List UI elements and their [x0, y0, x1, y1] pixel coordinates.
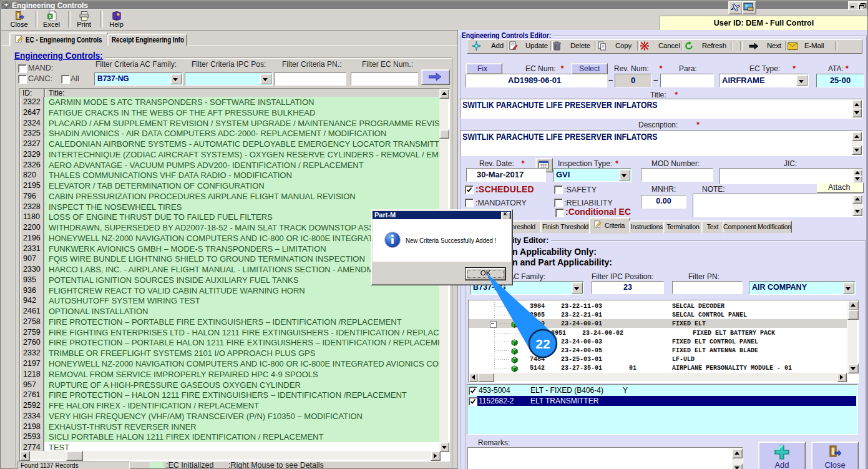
description-textarea[interactable]: SWITLIK PARACHUTE LIFE PRESERVER INFLATO… [460, 131, 863, 156]
description-scrollbar[interactable] [852, 132, 862, 155]
editor-toolbar-button-delete[interactable]: Delete [549, 41, 599, 51]
fix-button[interactable]: Fix [466, 63, 502, 74]
table-row[interactable]: 2774TEST [21, 442, 439, 451]
table-row[interactable]: 2592FFE HALON FIREX - IDENTIFICATION / R… [21, 400, 439, 412]
table-row[interactable]: 2461OPTIONAL INSTALLATION [21, 306, 439, 317]
app-pn-input[interactable] [672, 281, 743, 294]
table-row[interactable]: 2195ELEVATOR / TAB DETERMINATION OF CONF… [21, 180, 439, 192]
vscroll-up-button[interactable] [439, 89, 449, 99]
table-row[interactable]: 796CABIN PRESSURIZATION PROCEDURES AIRPL… [21, 191, 439, 202]
tree-vscroll-up[interactable] [847, 300, 859, 310]
table-row[interactable]: 942AUTOSHUTOFF SYSTEM WIRING TEST [21, 295, 439, 307]
editor-toolbar-button-refresh[interactable]: Refresh [680, 41, 731, 51]
part-checkbox[interactable] [469, 397, 477, 406]
tree-row[interactable]: 748423-25-03-01LF-ULD [469, 355, 847, 364]
subtab-instructions[interactable]: Instructions [629, 220, 665, 233]
table-row[interactable]: 2324PLACARD / AFM SUPPLEMENT REVISION / … [21, 118, 439, 129]
part-row[interactable]: 1152682-2ELT TRANSMITTER [467, 396, 856, 407]
table-row[interactable]: 2197HONEYWELL NZ-2000 NAVIGATION COMPUTE… [21, 358, 439, 370]
filter-go-button[interactable] [421, 69, 450, 85]
table-row[interactable]: 2647FATIGUE CRACKS IN THE WEBS OF THE AF… [21, 107, 439, 119]
editor-toolbar-button-email[interactable]: E-Mail [784, 41, 833, 51]
tree-row[interactable]: 514223-27-35-0101AIRPLANE PERSONALITY MO… [469, 364, 847, 373]
combo-dropdown-button[interactable] [260, 74, 271, 84]
toolbar-button-close[interactable]: Close [3, 11, 35, 29]
tree-row[interactable]: 748223-24-00-05FIXED ELT ANTENNA BLADE [469, 347, 847, 355]
table-row[interactable]: 2198EXHAUST-THRUST REVERSER INNER [21, 422, 439, 432]
tree-row[interactable]: 895123-24-00-02FIXED ELT BATTERY PACK [469, 329, 847, 338]
tree-hscroll-right[interactable] [837, 373, 847, 382]
tab-ec-engineering-controls[interactable]: EC - Engineering Controls [9, 32, 108, 46]
table-row[interactable]: 1218REMOVAL FROM SERVICE IMPROPERLY REPA… [21, 369, 439, 380]
note-textarea[interactable] [693, 194, 863, 217]
tree-hscroll-left[interactable] [469, 373, 479, 382]
ata-input[interactable]: 25-00 [816, 74, 864, 87]
mnhr-input[interactable]: 0.00 [641, 195, 686, 209]
minimize-button[interactable] [848, 1, 858, 10]
part-row[interactable]: 453-5004ELT - FIXED (B406-4)Y [467, 385, 856, 396]
inspection-type-combo[interactable]: GVI [553, 168, 631, 182]
table-row[interactable]: 2327CALEDONIAN AIRBORNE SYSTEMS - AUTOMA… [21, 139, 439, 150]
vscroll-down-button[interactable] [439, 442, 449, 452]
tree-row[interactable]: 398423-22-11-03SELCAL DECODER [469, 302, 847, 311]
part-checkbox[interactable] [469, 387, 477, 395]
tree-row[interactable]: 748123-24-00-03FIXED ELT CONTROL PANEL [469, 338, 847, 347]
dialog-ok-button[interactable]: OK [466, 268, 505, 280]
toolbar-button-help[interactable]: Help [100, 11, 132, 29]
table-row[interactable]: 2593SICLI PORTABLE HALON 1211 FIREX IDEN… [21, 432, 439, 443]
jic-scrollbar[interactable] [853, 169, 862, 183]
table-row[interactable]: 2760FIRE PROTECTION – PORTABLE HALON 121… [21, 337, 439, 348]
table-row[interactable]: 2334VERY HIGH FREQUENCY (VHF/AM) TRANSCE… [21, 411, 439, 422]
table-row[interactable]: 2325SHADIN AVIONICS - AIR DATA COMPUTERS… [21, 128, 439, 139]
table-row[interactable]: 2329INTERTECHNIQUE (ZODIAC AIRCRAFT SYST… [21, 149, 439, 160]
photo-tool-button[interactable] [742, 1, 756, 14]
dialog-titlebar[interactable]: Part-M × [373, 211, 511, 219]
title-textarea[interactable]: SWITLIK PARACHUTE LIFE PRESERVER INFLATO… [460, 99, 863, 119]
tree-hscroll-thumb[interactable] [478, 373, 494, 382]
combo-dropdown-button[interactable] [170, 74, 182, 84]
combo-dropdown-button[interactable] [796, 75, 807, 86]
para-input[interactable] [660, 74, 714, 87]
all-checkbox[interactable] [61, 75, 70, 84]
hscroll-left-button[interactable] [20, 451, 30, 461]
filter-pn-input[interactable] [274, 72, 346, 86]
remarks-textarea[interactable] [467, 447, 743, 469]
filter-ec-num-input[interactable] [351, 72, 418, 86]
subtab-criteria[interactable]: Criteria [589, 217, 630, 234]
tree-expander-minus[interactable] [490, 321, 497, 328]
toolbar-button-excel[interactable]: XExcel [36, 11, 67, 29]
tree-hscroll[interactable] [469, 373, 847, 381]
mand-checkbox[interactable] [18, 64, 27, 73]
table-row[interactable]: 957RUPTURE OF A HIGH-PRESSURE GASEOUS OX… [21, 380, 439, 390]
filter-ipc-pos-combo[interactable] [185, 72, 273, 86]
reliability-checkbox[interactable] [554, 199, 563, 207]
table-row[interactable]: 2761FIRE PROTECTION – HALON 1211 FIRE EX… [21, 390, 439, 401]
subtab-finish-threshold[interactable]: Finish Threshold [540, 220, 590, 233]
plane-tool-button[interactable] [728, 1, 743, 14]
title-scrollbar[interactable] [852, 100, 862, 117]
editor-toolbar-button-cancel[interactable]: Cancel [636, 41, 687, 51]
tree-row[interactable]: 398523-22-21-01SELCAL CONTROL PANEL [469, 311, 847, 320]
tree-vscroll-down[interactable] [847, 363, 859, 373]
rev-num-input[interactable]: 0 [615, 74, 651, 87]
safety-checkbox[interactable] [554, 185, 563, 194]
hscroll-right-button[interactable] [431, 451, 441, 461]
hscroll-thumb[interactable] [66, 451, 83, 461]
table-row[interactable]: 936FLIGHTCREW REACT TO VALID CABIN ALTIT… [21, 285, 439, 296]
scheduled-checkbox[interactable] [465, 185, 474, 194]
rev-date-input[interactable]: 30-Mar-2017 [466, 168, 546, 182]
combo-dropdown-button[interactable] [619, 169, 630, 180]
remarks-scrollbar[interactable] [732, 448, 742, 469]
toolbar-button-print[interactable]: Print [68, 11, 100, 29]
canc-checkbox[interactable] [18, 75, 27, 84]
table-row[interactable]: 2759FIRE FIGHTING ENTERPRISES LTD - HALO… [21, 327, 439, 338]
filter-ac-family-combo[interactable]: B737-NG [94, 72, 183, 86]
mandatory-checkbox[interactable] [465, 199, 474, 207]
vscroll-thumb[interactable] [439, 129, 449, 139]
applicability-add-button[interactable]: Add [758, 442, 806, 469]
combo-dropdown-button[interactable] [843, 282, 854, 294]
table-row[interactable]: 2322GARMIN MODE S ATC TRANSPONDERS - SOF… [21, 97, 439, 108]
ec-type-combo[interactable]: AIRFRAME [719, 74, 809, 87]
select-button[interactable]: Select [571, 63, 608, 74]
table-row[interactable]: 2326AERO ADVANTAGE - VACUUM PUMPS ADV200… [21, 160, 439, 170]
